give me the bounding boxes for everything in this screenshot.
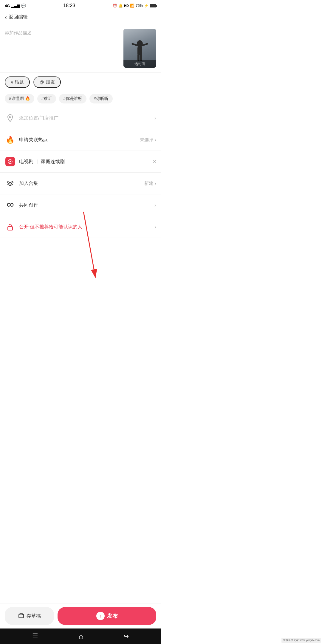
menu-item-hotspot[interactable]: 🔥 申请关联热点 未选择 › <box>0 129 161 151</box>
battery-icon <box>150 4 156 7</box>
location-right: › <box>154 115 156 121</box>
svg-rect-1 <box>137 47 142 55</box>
svg-rect-2 <box>137 54 140 61</box>
co-create-right: › <box>154 202 156 208</box>
collection-right: 新建 › <box>144 180 156 187</box>
co-text-icon: CO <box>7 202 13 208</box>
hashtag-chip-1[interactable]: #难听 <box>37 94 56 103</box>
hashtag-chip-2[interactable]: #你是谁呀 <box>59 94 86 103</box>
location-chevron-icon: › <box>154 115 156 121</box>
location-text: 添加位置/门店推广 <box>19 115 154 121</box>
signal-bars: ▂▄▆ <box>11 4 20 8</box>
tag-row: # 话题 @ 朋友 <box>0 73 161 92</box>
hashtag-chip-0[interactable]: #谁懂啊 🔥 <box>5 94 34 103</box>
thumbnail-label[interactable]: 选封面 <box>123 60 156 68</box>
hd-badge: HD <box>124 4 129 7</box>
svg-rect-7 <box>8 227 13 230</box>
privacy-chevron-icon: › <box>154 224 156 230</box>
layers-icon <box>5 178 16 189</box>
description-input[interactable]: 添加作品描述.. <box>5 29 120 68</box>
tv-pipe: | <box>36 159 38 164</box>
back-button[interactable]: ‹ 返回编辑 <box>5 14 28 21</box>
svg-marker-6 <box>10 161 11 163</box>
signal-text: 4G <box>5 4 10 8</box>
menu-item-collection[interactable]: 加入合集 新建 › <box>0 173 161 194</box>
time-display: 18:23 <box>63 3 75 8</box>
hashtag-icon: # <box>11 80 13 85</box>
wifi-icon: 📶 <box>130 4 134 8</box>
mention-button[interactable]: @ 朋友 <box>33 76 61 88</box>
hashtag-chip-3[interactable]: #你听听 <box>89 94 113 103</box>
menu-item-co-create[interactable]: CO 共同创作 › <box>0 194 161 216</box>
status-bar: 4G ▂▄▆ 💬 18:23 ⏰ 🔔 HD 📶 76% ⚡ <box>0 0 161 11</box>
hotspot-status: 未选择 <box>140 137 153 143</box>
hotspot-right: 未选择 › <box>140 137 156 143</box>
co-create-text: 共同创作 <box>19 202 154 208</box>
menu-item-tv[interactable]: 电视剧 | 家庭连续剧 × <box>0 151 161 173</box>
mention-icon: @ <box>39 80 44 85</box>
mention-label: 朋友 <box>46 79 55 85</box>
svg-rect-3 <box>140 54 142 61</box>
person-silhouette-icon <box>131 38 149 62</box>
tv-icon <box>5 156 16 167</box>
wechat-icon: 💬 <box>21 4 26 8</box>
alarm-icon: ⏰ <box>113 4 117 8</box>
back-arrow-icon: ‹ <box>5 14 7 21</box>
hotspot-text: 申请关联热点 <box>19 137 140 143</box>
hashtag-label: 话题 <box>15 79 24 85</box>
privacy-right: › <box>154 224 156 230</box>
content-area: 添加作品描述.. 选封面 <box>0 24 161 73</box>
hotspot-chevron-icon: › <box>154 137 156 143</box>
tv-right: × <box>153 158 156 165</box>
hashtag-row: #谁懂啊 🔥 #难听 #你是谁呀 #你听听 <box>0 92 161 107</box>
hashtag-button[interactable]: # 话题 <box>5 76 30 88</box>
tv-text: 电视剧 | 家庭连续剧 <box>19 159 153 165</box>
fire-icon: 🔥 <box>5 134 16 145</box>
tv-icon-bg <box>5 157 15 166</box>
bottom-spacer <box>0 238 161 268</box>
location-icon <box>5 113 16 123</box>
collection-new-label: 新建 <box>144 181 153 186</box>
svg-point-4 <box>9 116 11 118</box>
privacy-text: 公开·但不推荐给可能认识的人 <box>19 224 154 230</box>
menu-item-location[interactable]: 添加位置/门店推广 › <box>0 107 161 129</box>
mute-icon: 🔔 <box>118 4 123 8</box>
collection-text: 加入合集 <box>19 180 144 187</box>
lock-icon <box>5 222 16 232</box>
thumbnail-container[interactable]: 选封面 <box>123 29 156 68</box>
status-right: ⏰ 🔔 HD 📶 76% ⚡ <box>113 4 156 8</box>
collection-chevron-icon: › <box>154 180 156 187</box>
co-create-chevron-icon: › <box>154 202 156 208</box>
back-label: 返回编辑 <box>9 14 28 20</box>
status-left: 4G ▂▄▆ 💬 <box>5 4 26 8</box>
top-nav: ‹ 返回编辑 <box>0 11 161 24</box>
charging-icon: ⚡ <box>144 4 148 8</box>
menu-item-privacy[interactable]: 公开·但不推荐给可能认识的人 › <box>0 216 161 238</box>
battery-text: 76% <box>136 4 143 8</box>
co-create-icon: CO <box>5 200 16 210</box>
tv-close-icon[interactable]: × <box>153 158 156 165</box>
